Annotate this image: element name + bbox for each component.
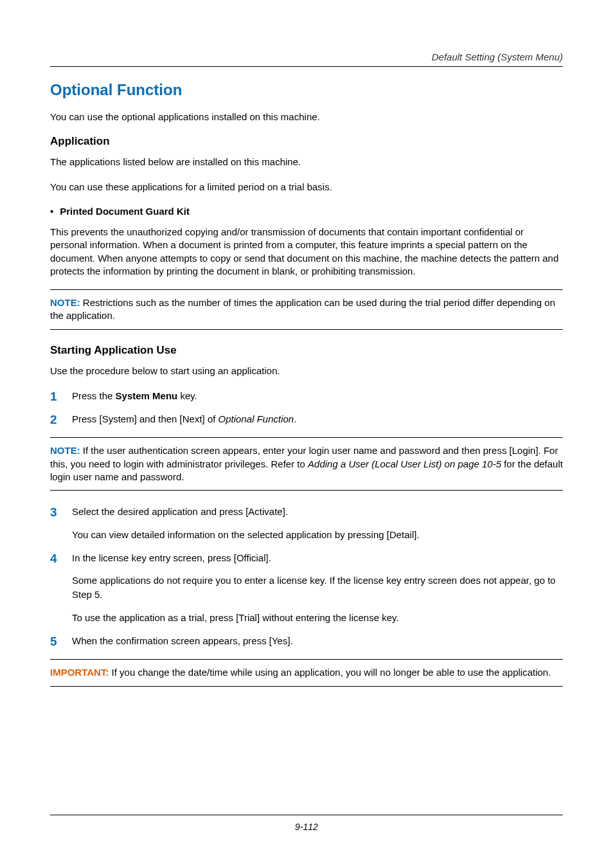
important-text: If you change the date/time while using … [109, 667, 551, 678]
application-p2: You can use these applications for a lim… [50, 181, 563, 194]
step-4-a: In the license key entry screen, press [… [72, 552, 271, 563]
header-title: Default Setting (System Menu) [50, 51, 563, 62]
page-container: Default Setting (System Menu) Optional F… [0, 0, 613, 868]
step-4-b: Some applications do not require you to … [72, 574, 563, 602]
important-label: IMPORTANT: [50, 667, 109, 678]
bullet-item: • Printed Document Guard Kit [50, 205, 563, 218]
header-rule [50, 66, 563, 67]
page-footer: 9-112 [50, 815, 563, 832]
note2-text-b: Adding a User (Local User List) on page … [308, 458, 501, 469]
page-number: 9-112 [50, 822, 563, 832]
step-1-text-a: Press the [72, 390, 116, 401]
starting-heading: Starting Application Use [50, 344, 563, 357]
footer-rule [50, 815, 563, 815]
step-2-text-c: . [294, 413, 296, 424]
step-5-text: When the confirmation screen appears, pr… [72, 635, 293, 646]
step-1: Press the System Menu key. [50, 389, 563, 403]
note-box-2: NOTE: If the user authentication screen … [50, 437, 563, 491]
step-2: Press [System] and then [Next] of Option… [50, 412, 563, 426]
step-3-b: You can view detailed information on the… [72, 528, 563, 542]
step-5: When the confirmation screen appears, pr… [50, 634, 563, 648]
step-2-text-a: Press [System] and then [Next] of [72, 413, 218, 424]
bullet-text: Printed Document Guard Kit [60, 205, 190, 218]
step-1-text-c: key. [177, 390, 197, 401]
step-4: In the license key entry screen, press [… [50, 551, 563, 625]
note-box-1: NOTE: Restrictions such as the number of… [50, 289, 563, 330]
application-p1: The applications listed below are instal… [50, 156, 563, 168]
intro-text: You can use the optional applications in… [50, 111, 563, 123]
note-text: Restrictions such as the number of times… [50, 297, 555, 321]
step-3-a: Select the desired application and press… [72, 506, 288, 517]
step-3: Select the desired application and press… [50, 505, 563, 542]
steps-list-a: Press the System Menu key. Press [System… [50, 389, 563, 426]
application-heading: Application [50, 135, 563, 148]
section-heading: Optional Function [50, 81, 563, 99]
steps-list-b: Select the desired application and press… [50, 505, 563, 647]
step-4-c: To use the application as a trial, press… [72, 611, 563, 625]
note-label-2: NOTE: [50, 445, 80, 456]
step-1-text-b: System Menu [116, 390, 178, 401]
bullet-dot-icon: • [50, 205, 53, 218]
important-box: IMPORTANT: If you change the date/time w… [50, 659, 563, 686]
note-label: NOTE: [50, 297, 80, 308]
starting-intro: Use the procedure below to start using a… [50, 365, 563, 377]
step-2-text-b: Optional Function [218, 413, 294, 424]
application-desc: This prevents the unauthorized copying a… [50, 226, 563, 278]
